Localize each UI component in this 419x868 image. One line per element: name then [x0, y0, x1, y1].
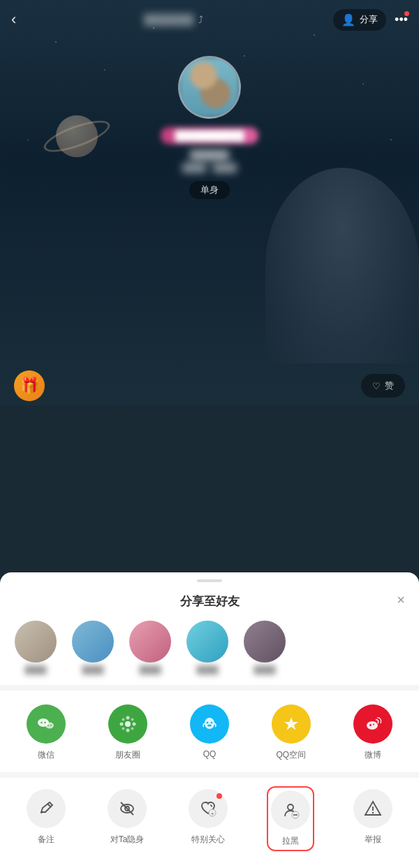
friend-item[interactable]: ████ — [11, 621, 60, 674]
svg-point-20 — [367, 721, 378, 730]
actions-row: 备注 对Ta隐身 + — [0, 778, 419, 854]
close-button[interactable]: × — [397, 592, 405, 608]
username-tag: ██████████ — [161, 127, 258, 144]
special-red-dot — [216, 793, 222, 799]
svg-point-13 — [122, 728, 125, 730]
profile-bottom-bar: 🎁 ♡ 赞 — [0, 366, 419, 405]
friend-name-2: ████ — [82, 665, 103, 674]
friend-name-3: ████ — [139, 665, 161, 674]
block-label: 拉黑 — [282, 835, 299, 847]
divider-1 — [0, 685, 419, 690]
share-person-icon: 👤 — [341, 13, 355, 27]
platform-moments[interactable]: 朋友圈 — [108, 704, 147, 761]
friend-avatar-1 — [15, 621, 57, 663]
qqzone-label: QQ空间 — [276, 749, 306, 761]
svg-point-2 — [45, 722, 46, 723]
block-icon-wrap — [271, 790, 310, 830]
qq-label: QQ — [203, 749, 216, 759]
special-icon-wrap: + — [189, 789, 228, 828]
friend-avatar-4 — [186, 621, 228, 663]
friend-name-1: ████ — [24, 665, 46, 674]
friend-item[interactable]: ████ — [68, 621, 117, 674]
friend-name-4: ████ — [196, 665, 218, 674]
svg-point-17 — [210, 722, 212, 724]
top-navigation: ‹ ██████ ⤴ 👤 分享 ••• — [0, 0, 419, 39]
svg-point-32 — [372, 812, 374, 813]
share-button[interactable]: 👤 分享 — [333, 9, 386, 31]
notification-dot — [404, 11, 409, 16]
share-button-label: 分享 — [360, 13, 378, 26]
divider-2 — [0, 772, 419, 778]
svg-point-28 — [288, 804, 293, 810]
svg-point-21 — [369, 724, 372, 726]
friend-item[interactable]: ████ — [240, 621, 289, 674]
svg-point-4 — [47, 725, 49, 726]
svg-text:+: + — [211, 811, 214, 817]
wechat-label: 微信 — [38, 749, 54, 761]
svg-point-10 — [133, 723, 136, 726]
user-info: ██████ — [190, 150, 228, 160]
friend-item[interactable]: ████ — [183, 621, 232, 674]
weibo-label: 微博 — [365, 749, 381, 761]
hide-label: 对Ta隐身 — [110, 834, 145, 846]
svg-point-14 — [131, 728, 134, 730]
profile-content: ██████████ ██████ ████ · ████ 单身 — [0, 56, 419, 199]
svg-point-9 — [120, 723, 124, 726]
nav-right-actions: 👤 分享 ••• — [333, 9, 408, 31]
hide-icon-wrap — [108, 789, 147, 828]
svg-point-15 — [205, 718, 214, 729]
svg-point-22 — [373, 724, 374, 725]
action-hide[interactable]: 对Ta隐身 — [108, 789, 147, 848]
platform-qq[interactable]: QQ — [190, 704, 229, 761]
action-note[interactable]: 备注 — [27, 789, 66, 848]
svg-point-1 — [41, 722, 43, 723]
platforms-row: 微信 朋友圈 — [0, 693, 419, 767]
platform-qqzone[interactable]: QQ空间 — [272, 704, 311, 761]
svg-point-8 — [126, 729, 130, 732]
friend-avatar-3 — [129, 621, 171, 663]
nav-title-text: ██████ — [145, 14, 195, 25]
platform-wechat[interactable]: 微信 — [27, 704, 66, 761]
friends-row: ████ ████ ████ ████ ████ — [0, 615, 419, 685]
avatar[interactable] — [178, 56, 241, 119]
svg-point-5 — [50, 725, 52, 726]
note-icon-wrap — [27, 789, 66, 828]
platform-weibo[interactable]: 微博 — [353, 704, 392, 761]
action-block[interactable]: 拉黑 — [267, 786, 314, 851]
gift-icon: 🎁 — [20, 377, 39, 395]
share-bottom-sheet: 分享至好友 × ████ ████ ████ ████ ████ — [0, 572, 419, 868]
wechat-icon — [27, 704, 66, 744]
friend-avatar-5 — [244, 621, 286, 663]
note-label: 备注 — [38, 834, 54, 846]
svg-point-12 — [131, 718, 134, 721]
action-report[interactable]: 举报 — [353, 789, 392, 848]
sheet-header: 分享至好友 × — [0, 582, 419, 615]
qq-icon — [190, 704, 229, 744]
profile-background: ‹ ██████ ⤴ 👤 分享 ••• ██████████ ██████ ██… — [0, 0, 419, 405]
more-button[interactable]: ••• — [395, 13, 408, 27]
back-button[interactable]: ‹ — [11, 10, 16, 29]
nav-title: ██████ ⤴ — [145, 14, 205, 25]
svg-point-18 — [207, 725, 212, 727]
svg-point-3 — [45, 723, 54, 729]
gift-button[interactable]: 🎁 — [14, 370, 45, 401]
svg-point-11 — [122, 718, 125, 721]
sheet-title: 分享至好友 — [180, 593, 240, 609]
weibo-icon — [353, 704, 392, 744]
friend-item[interactable]: ████ — [126, 621, 175, 674]
special-care-label: 特别关心 — [191, 834, 225, 846]
report-label: 举报 — [365, 834, 381, 846]
like-button[interactable]: ♡ 赞 — [361, 374, 405, 398]
user-sub-info: ████ · ████ — [182, 163, 237, 173]
moments-icon — [108, 704, 147, 744]
action-special-care[interactable]: + 特别关心 — [189, 789, 228, 848]
avatar-image — [180, 58, 239, 117]
moments-label: 朋友圈 — [115, 749, 140, 761]
friend-name-5: ████ — [253, 665, 275, 674]
qqzone-icon — [272, 704, 311, 744]
report-icon-wrap — [353, 789, 392, 828]
like-label: 赞 — [385, 379, 394, 392]
svg-marker-19 — [284, 717, 298, 730]
relationship-status-badge: 单身 — [189, 181, 230, 199]
nav-title-share-icon: ⤴ — [198, 14, 205, 25]
